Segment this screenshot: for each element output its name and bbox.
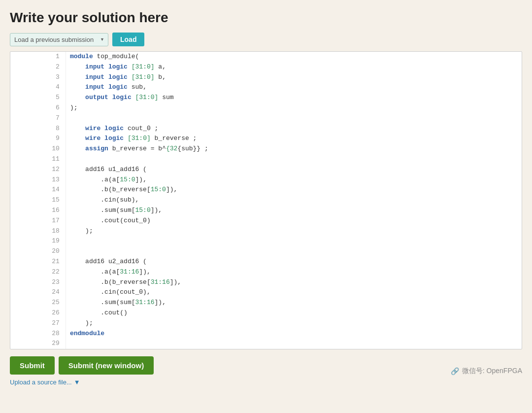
line-code: assign b_reverse = b^{32{sub}} ;	[66, 144, 522, 154]
line-number: 24	[10, 287, 66, 298]
table-row: 20	[10, 246, 522, 257]
line-number: 8	[10, 124, 66, 134]
line-number: 9	[10, 134, 66, 144]
line-code: .sum(sum[15:0]),	[66, 206, 522, 216]
line-number: 29	[10, 339, 66, 349]
line-number: 21	[10, 257, 66, 267]
line-code: wire logic cout_0 ;	[66, 124, 522, 134]
line-number: 12	[10, 165, 66, 175]
table-row: 2 input logic [31:0] a,	[10, 62, 522, 72]
line-code: .a(a[31:16]),	[66, 267, 522, 277]
table-row: 22 .a(a[31:16]),	[10, 267, 522, 277]
upload-source-link[interactable]: Upload a source file... ▼	[10, 379, 154, 386]
line-number: 18	[10, 226, 66, 237]
table-row: 7	[10, 113, 522, 124]
submit-new-window-button[interactable]: Submit (new window)	[59, 356, 154, 375]
line-code: input logic [31:0] b,	[66, 72, 522, 83]
code-editor[interactable]: 1module top_module(2 input logic [31:0] …	[10, 51, 522, 349]
line-number: 3	[10, 72, 66, 83]
upload-chevron-icon: ▼	[74, 379, 80, 386]
table-row: 26 .cout()	[10, 308, 522, 318]
page-title: Write your solution here	[10, 10, 522, 26]
watermark: 🔗 微信号: OpenFPGA	[451, 367, 522, 376]
table-row: 29	[10, 339, 522, 349]
line-number: 20	[10, 246, 66, 257]
submit-buttons: Submit Submit (new window)	[10, 356, 154, 375]
table-row: 3 input logic [31:0] b,	[10, 72, 522, 83]
line-number: 16	[10, 206, 66, 216]
line-code: .cin(cout_0),	[66, 287, 522, 298]
line-number: 22	[10, 267, 66, 277]
table-row: 9 wire logic [31:0] b_reverse ;	[10, 134, 522, 144]
watermark-icon: 🔗	[451, 367, 459, 375]
table-row: 4 input logic sub,	[10, 82, 522, 93]
line-code: add16 u2_add16 (	[66, 257, 522, 267]
bottom-bar: Submit Submit (new window) Upload a sour…	[10, 356, 522, 386]
table-row: 23 .b(b_reverse[31:16]),	[10, 277, 522, 288]
line-code: input logic [31:0] a,	[66, 62, 522, 72]
line-number: 13	[10, 175, 66, 185]
line-number: 17	[10, 216, 66, 226]
line-code: .cout()	[66, 308, 522, 318]
line-number: 25	[10, 298, 66, 308]
table-row: 13 .a(a[15:0]),	[10, 175, 522, 185]
line-number: 1	[10, 52, 66, 62]
line-code: );	[66, 103, 522, 113]
table-row: 11	[10, 154, 522, 165]
line-code: );	[66, 318, 522, 329]
line-number: 26	[10, 308, 66, 318]
line-code	[66, 339, 522, 349]
line-number: 2	[10, 62, 66, 72]
line-number: 27	[10, 318, 66, 329]
line-code: wire logic [31:0] b_reverse ;	[66, 134, 522, 144]
line-code: input logic sub,	[66, 82, 522, 93]
table-row: 25 .sum(sum[31:16]),	[10, 298, 522, 308]
toolbar: Load a previous submission Load	[10, 33, 522, 46]
line-number: 15	[10, 195, 66, 206]
bottom-left: Submit Submit (new window) Upload a sour…	[10, 356, 154, 386]
line-code: );	[66, 226, 522, 237]
line-code: .sum(sum[31:16]),	[66, 298, 522, 308]
table-row: 12 add16 u1_add16 (	[10, 165, 522, 175]
line-number: 4	[10, 82, 66, 93]
line-code: module top_module(	[66, 52, 522, 62]
line-number: 6	[10, 103, 66, 113]
line-code: .b(b_reverse[31:16]),	[66, 277, 522, 288]
submission-select-wrapper[interactable]: Load a previous submission	[10, 33, 108, 46]
line-code: .a(a[15:0]),	[66, 175, 522, 185]
line-code	[66, 246, 522, 257]
load-button[interactable]: Load	[112, 33, 144, 46]
table-row: 17 .cout(cout_0)	[10, 216, 522, 226]
line-code: .b(b_reverse[15:0]),	[66, 185, 522, 195]
line-number: 28	[10, 329, 66, 339]
table-row: 6);	[10, 103, 522, 113]
line-number: 7	[10, 113, 66, 124]
line-code	[66, 113, 522, 124]
line-code: endmodule	[66, 329, 522, 339]
submit-button[interactable]: Submit	[10, 356, 55, 375]
table-row: 28endmodule	[10, 329, 522, 339]
line-code	[66, 154, 522, 165]
table-row: 5 output logic [31:0] sum	[10, 93, 522, 103]
upload-label: Upload a source file...	[10, 379, 72, 386]
line-number: 11	[10, 154, 66, 165]
line-code: .cout(cout_0)	[66, 216, 522, 226]
table-row: 21 add16 u2_add16 (	[10, 257, 522, 267]
line-code	[66, 236, 522, 246]
line-code: add16 u1_add16 (	[66, 165, 522, 175]
line-number: 14	[10, 185, 66, 195]
table-row: 15 .cin(sub),	[10, 195, 522, 206]
code-table: 1module top_module(2 input logic [31:0] …	[10, 52, 522, 349]
table-row: 14 .b(b_reverse[15:0]),	[10, 185, 522, 195]
watermark-text: 微信号: OpenFPGA	[462, 367, 522, 376]
table-row: 10 assign b_reverse = b^{32{sub}} ;	[10, 144, 522, 154]
line-number: 23	[10, 277, 66, 288]
line-number: 10	[10, 144, 66, 154]
table-row: 27 );	[10, 318, 522, 329]
table-row: 18 );	[10, 226, 522, 237]
table-row: 16 .sum(sum[15:0]),	[10, 206, 522, 216]
table-row: 24 .cin(cout_0),	[10, 287, 522, 298]
table-row: 1module top_module(	[10, 52, 522, 62]
table-row: 8 wire logic cout_0 ;	[10, 124, 522, 134]
submission-select[interactable]: Load a previous submission	[10, 33, 108, 46]
